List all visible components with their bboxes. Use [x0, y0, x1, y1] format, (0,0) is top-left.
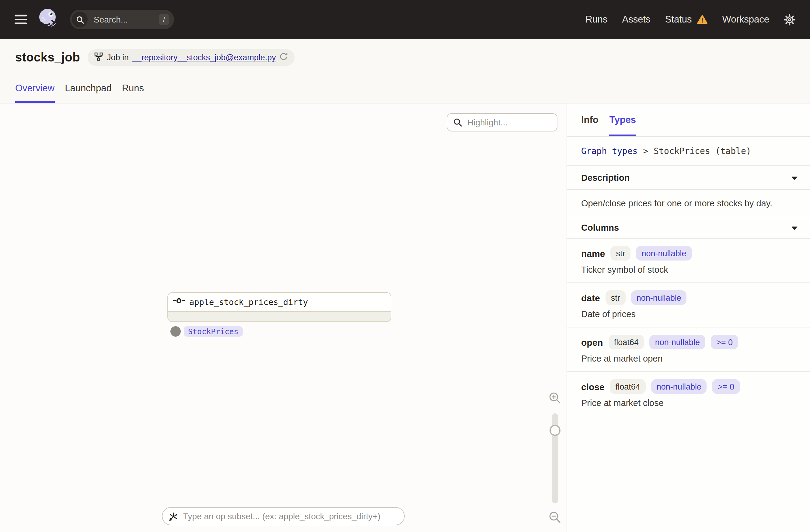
column-row-name: name str non-nullable Ticker symbol of s… [567, 239, 810, 283]
op-subset-input[interactable] [182, 511, 398, 522]
description-section-title: Description [581, 173, 630, 182]
global-search[interactable]: / [70, 10, 174, 29]
settings-gear-icon[interactable] [784, 14, 795, 25]
nav-link-status[interactable]: Status [665, 14, 708, 25]
type-info-panel: Info Types Graph types > StockPrices (ta… [567, 103, 810, 532]
reload-icon[interactable] [280, 52, 288, 63]
zoom-out-icon[interactable] [548, 511, 562, 524]
column-description: Price at market close [581, 398, 796, 408]
breadcrumb-separator: > [643, 146, 648, 156]
nav-links: Runs Assets Status Workspace [571, 14, 795, 25]
column-name: open [581, 337, 603, 347]
column-constraint-badge: >= 0 [712, 379, 740, 394]
breadcrumb-graph-types-link[interactable]: Graph types [581, 146, 637, 156]
type-description: Open/close prices for one or more stocks… [567, 190, 810, 217]
zoom-in-icon[interactable] [548, 391, 562, 405]
type-breadcrumb: Graph types > StockPrices (table) [567, 137, 810, 165]
column-name: name [581, 248, 605, 258]
op-node-title: apple_stock_prices_dirty [189, 297, 308, 307]
search-input[interactable] [93, 14, 153, 25]
highlight-search[interactable] [447, 113, 557, 131]
column-row-open: open float64 non-nullable >= 0 Price at … [567, 327, 810, 372]
breadcrumb-current: StockPrices (table) [653, 146, 751, 156]
column-name: date [581, 292, 600, 303]
nav-link-workspace[interactable]: Workspace [723, 14, 770, 25]
panel-tab-types[interactable]: Types [610, 103, 636, 136]
job-origin-pill: Job in __repository__stocks_job@example.… [88, 49, 295, 66]
column-description: Date of prices [581, 309, 796, 319]
chevron-down-icon [791, 172, 798, 183]
op-node-apple-stock-prices-dirty[interactable]: apple_stock_prices_dirty [167, 292, 391, 322]
column-type-badge: str [605, 290, 626, 305]
column-constraint-badge: non-nullable [631, 290, 687, 305]
job-origin-prefix: Job in [107, 53, 129, 62]
top-nav: / Runs Assets Status Workspace [0, 0, 810, 39]
highlight-input[interactable] [466, 117, 548, 128]
output-type-tag[interactable]: StockPrices [184, 326, 243, 337]
job-tabs: Overview Launchpad Runs [15, 83, 144, 103]
op-node-output-strip [168, 311, 391, 321]
warning-icon [697, 15, 708, 25]
op-subset-filter[interactable] [162, 507, 405, 525]
tab-runs[interactable]: Runs [122, 83, 144, 103]
column-name: close [581, 381, 605, 392]
job-graph-icon [95, 52, 103, 63]
column-row-close: close float64 non-nullable >= 0 Price at… [567, 372, 810, 416]
columns-section-header[interactable]: Columns [567, 217, 810, 239]
op-selector-icon [168, 512, 178, 521]
column-constraint-badge: non-nullable [650, 335, 705, 350]
job-origin-link[interactable]: __repository__stocks_job@example.py [132, 53, 276, 62]
column-type-badge: float64 [609, 335, 644, 350]
search-shortcut-key: / [159, 14, 169, 25]
dagster-logo[interactable] [37, 7, 59, 32]
nav-link-assets[interactable]: Assets [622, 14, 651, 25]
description-section-header[interactable]: Description [567, 165, 810, 190]
op-graph-canvas[interactable]: apple_stock_prices_dirty StockPrices [0, 103, 567, 532]
op-io-icon [173, 296, 185, 307]
columns-section-title: Columns [581, 223, 619, 232]
tab-overview[interactable]: Overview [15, 83, 54, 103]
output-port-dot[interactable] [171, 326, 181, 337]
zoom-slider-thumb[interactable] [549, 425, 560, 436]
column-type-badge: str [610, 246, 631, 260]
panel-tab-info[interactable]: Info [581, 103, 599, 136]
column-description: Ticker symbol of stock [581, 265, 796, 275]
column-type-badge: float64 [610, 379, 646, 394]
column-constraint-badge: non-nullable [636, 246, 692, 260]
hamburger-menu-icon[interactable] [15, 15, 27, 25]
nav-link-runs[interactable]: Runs [585, 14, 608, 25]
chevron-down-icon [791, 222, 798, 233]
column-constraint-badge: non-nullable [651, 379, 707, 394]
tab-launchpad[interactable]: Launchpad [65, 83, 111, 103]
page-title: stocks_job [15, 50, 80, 65]
column-constraint-badge: >= 0 [711, 335, 738, 350]
column-row-date: date str non-nullable Date of prices [567, 283, 810, 327]
zoom-control [545, 390, 565, 530]
magnifier-icon [453, 118, 462, 127]
search-icon [72, 12, 87, 27]
dagster-app: / Runs Assets Status Workspace [0, 0, 810, 532]
column-description: Price at market open [581, 354, 796, 364]
page-header: stocks_job Job in __repository__stocks_j… [0, 39, 810, 103]
panel-tabs: Info Types [567, 103, 810, 137]
